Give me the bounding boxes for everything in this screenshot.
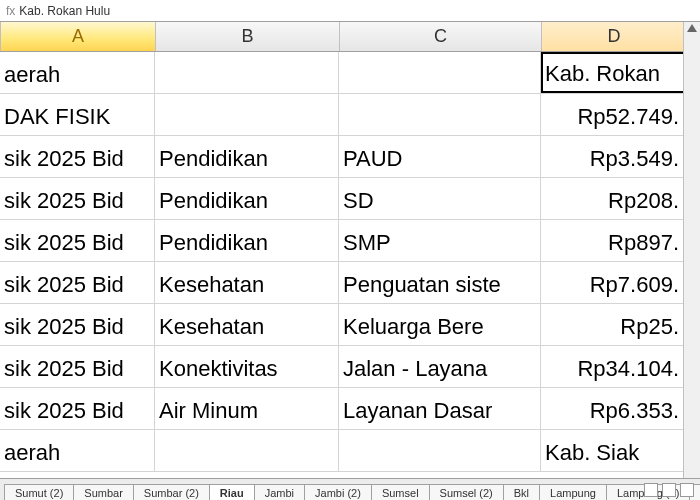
formula-value: Kab. Rokan Hulu (19, 4, 110, 18)
normal-view-icon[interactable] (644, 483, 658, 497)
tab-riau[interactable]: Riau (209, 484, 255, 500)
cell-B7[interactable]: Kesehatan (155, 304, 339, 345)
cell-D7[interactable]: Rp25. (541, 304, 686, 345)
cell-B9[interactable]: Air Minum (155, 388, 339, 429)
table-row: aerahKab. Siak (0, 430, 700, 472)
cell-A4[interactable]: sik 2025 Bid (0, 178, 155, 219)
table-row: sik 2025 BidKesehatanPenguatan sisteRp7.… (0, 262, 700, 304)
cell-A8[interactable]: sik 2025 Bid (0, 346, 155, 387)
cell-A7[interactable]: sik 2025 Bid (0, 304, 155, 345)
cell-B2[interactable] (155, 94, 339, 135)
cell-D4[interactable]: Rp208. (541, 178, 686, 219)
cell-D5[interactable]: Rp897. (541, 220, 686, 261)
cell-D1[interactable]: Kab. Rokan (541, 52, 686, 93)
cell-D8[interactable]: Rp34.104. (541, 346, 686, 387)
tab-jambi-2-[interactable]: Jambi (2) (304, 484, 372, 500)
column-header-B[interactable]: B (156, 22, 340, 51)
fx-icon: fx (6, 4, 15, 18)
tab-bkl[interactable]: Bkl (503, 484, 540, 500)
tab-sumsel-2-[interactable]: Sumsel (2) (429, 484, 504, 500)
cell-D6[interactable]: Rp7.609. (541, 262, 686, 303)
cell-A10[interactable]: aerah (0, 430, 155, 471)
cell-A6[interactable]: sik 2025 Bid (0, 262, 155, 303)
table-row: sik 2025 BidKesehatanKeluarga BereRp25. (0, 304, 700, 346)
cell-A1[interactable]: aerah (0, 52, 155, 93)
table-row: DAK FISIKRp52.749. (0, 94, 700, 136)
grid[interactable]: aerahKab. Rokan DAK FISIKRp52.749.sik 20… (0, 52, 700, 472)
vertical-scrollbar[interactable] (683, 22, 700, 478)
view-mode-icons (644, 483, 694, 497)
cell-B5[interactable]: Pendidikan (155, 220, 339, 261)
cell-B6[interactable]: Kesehatan (155, 262, 339, 303)
table-row: sik 2025 BidPendidikanSDRp208. (0, 178, 700, 220)
column-headers: ABCD (0, 22, 700, 52)
cell-A5[interactable]: sik 2025 Bid (0, 220, 155, 261)
cell-C7[interactable]: Keluarga Bere (339, 304, 541, 345)
cell-A2[interactable]: DAK FISIK (0, 94, 155, 135)
cell-C3[interactable]: PAUD (339, 136, 541, 177)
table-row: sik 2025 BidKonektivitasJalan - LayanaRp… (0, 346, 700, 388)
tab-sumbar-2-[interactable]: Sumbar (2) (133, 484, 210, 500)
table-row: sik 2025 BidPendidikanSMPRp897. (0, 220, 700, 262)
cell-C5[interactable]: SMP (339, 220, 541, 261)
tab-sumsel[interactable]: Sumsel (371, 484, 430, 500)
sheet-tabs: Sumut (2)SumbarSumbar (2)RiauJambiJambi … (0, 478, 700, 500)
cell-A3[interactable]: sik 2025 Bid (0, 136, 155, 177)
tab-sumbar[interactable]: Sumbar (73, 484, 134, 500)
table-row: sik 2025 BidPendidikanPAUDRp3.549. (0, 136, 700, 178)
cell-B4[interactable]: Pendidikan (155, 178, 339, 219)
table-row: sik 2025 BidAir MinumLayanan DasarRp6.35… (0, 388, 700, 430)
page-break-view-icon[interactable] (680, 483, 694, 497)
formula-bar[interactable]: fx Kab. Rokan Hulu (0, 0, 700, 22)
column-header-D[interactable]: D (542, 22, 687, 51)
cell-D10[interactable]: Kab. Siak (541, 430, 686, 471)
tab-jambi[interactable]: Jambi (254, 484, 305, 500)
cell-C4[interactable]: SD (339, 178, 541, 219)
cell-D3[interactable]: Rp3.549. (541, 136, 686, 177)
cell-B10[interactable] (155, 430, 339, 471)
cell-D2[interactable]: Rp52.749. (541, 94, 686, 135)
cell-C2[interactable] (339, 94, 541, 135)
cell-C6[interactable]: Penguatan siste (339, 262, 541, 303)
page-layout-view-icon[interactable] (662, 483, 676, 497)
column-header-C[interactable]: C (340, 22, 542, 51)
cell-A9[interactable]: sik 2025 Bid (0, 388, 155, 429)
cell-B3[interactable]: Pendidikan (155, 136, 339, 177)
cell-C8[interactable]: Jalan - Layana (339, 346, 541, 387)
cell-C1[interactable] (339, 52, 541, 93)
cell-C9[interactable]: Layanan Dasar (339, 388, 541, 429)
cell-D9[interactable]: Rp6.353. (541, 388, 686, 429)
column-header-A[interactable]: A (1, 22, 156, 51)
cell-B1[interactable] (155, 52, 339, 93)
table-row: aerahKab. Rokan (0, 52, 700, 94)
cell-B8[interactable]: Konektivitas (155, 346, 339, 387)
cell-C10[interactable] (339, 430, 541, 471)
tab-sumut-2-[interactable]: Sumut (2) (4, 484, 74, 500)
tab-lampung[interactable]: Lampung (539, 484, 607, 500)
